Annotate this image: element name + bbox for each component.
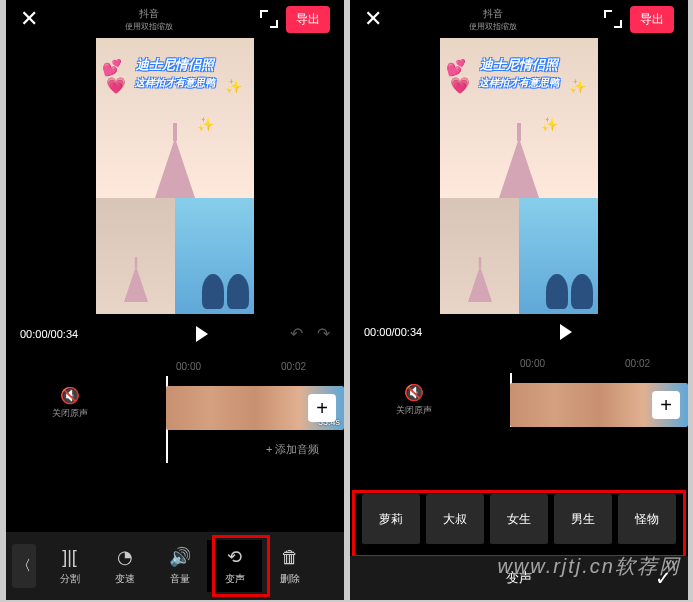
heart-icon: 💗 (450, 76, 470, 95)
header-title: 抖音 使用双指缩放 (382, 7, 604, 32)
undo-icon[interactable]: ↶ (290, 324, 303, 343)
tool-speed[interactable]: ◔ 变速 (97, 540, 152, 592)
sparkle-icon: ✨ (225, 78, 242, 94)
split-icon: ]|[ (42, 546, 97, 568)
mute-toggle[interactable]: 🔇 关闭原声 (390, 383, 438, 417)
video-preview[interactable]: 迪士尼情侣照 这样拍才有意思鸭 💕 💗 ✨ ✨ (6, 38, 344, 314)
speaker-off-icon: 🔇 (46, 386, 94, 405)
more-icon: ⋯ (317, 546, 338, 568)
export-button[interactable]: 导出 (630, 6, 674, 33)
redo-icon[interactable]: ↷ (317, 324, 330, 343)
back-button[interactable]: 〈 (12, 544, 36, 588)
fullscreen-icon[interactable] (604, 10, 622, 28)
close-icon[interactable]: ✕ (364, 6, 382, 32)
volume-icon: 🔊 (152, 546, 207, 568)
tool-delete[interactable]: 🗑 删除 (262, 540, 317, 592)
mute-toggle[interactable]: 🔇 关闭原声 (46, 386, 94, 420)
add-audio-button[interactable]: + 添加音频 (266, 436, 344, 463)
play-button[interactable] (196, 326, 208, 342)
heart-icon: 💕 (102, 58, 122, 77)
play-button[interactable] (560, 324, 572, 340)
speed-icon: ◔ (97, 546, 152, 568)
sparkle-icon: ✨ (569, 78, 586, 94)
heart-icon: 💗 (106, 76, 126, 95)
tool-volume[interactable]: 🔊 音量 (152, 540, 207, 592)
add-clip-button[interactable]: + (308, 394, 336, 422)
sparkle-icon: ✨ (197, 116, 214, 132)
sparkle-icon: ✨ (541, 116, 558, 132)
highlight-voice-options (352, 490, 686, 558)
add-clip-button[interactable]: + (652, 391, 680, 419)
heart-icon: 💕 (446, 58, 466, 77)
close-icon[interactable]: ✕ (20, 6, 38, 32)
video-preview[interactable]: 迪士尼情侣照 这样拍才有意思鸭 💕 💗 ✨ ✨ (350, 38, 688, 314)
time-ruler: 00:00 00:02 (6, 361, 344, 372)
time-display: 00:00/00:34 (364, 326, 422, 338)
fullscreen-icon[interactable] (260, 10, 278, 28)
highlight-voice-tool (212, 535, 270, 597)
speaker-off-icon: 🔇 (390, 383, 438, 402)
tool-more[interactable]: ⋯ 降 (317, 540, 338, 592)
time-display: 00:00/00:34 (20, 328, 78, 340)
time-ruler: 00:00 00:02 (350, 358, 688, 369)
header-title: 抖音 使用双指缩放 (38, 7, 260, 32)
delete-icon: 🗑 (262, 546, 317, 568)
watermark: www.rjtj.cn软荐网 (497, 553, 681, 580)
tool-split[interactable]: ]|[ 分割 (42, 540, 97, 592)
export-button[interactable]: 导出 (286, 6, 330, 33)
